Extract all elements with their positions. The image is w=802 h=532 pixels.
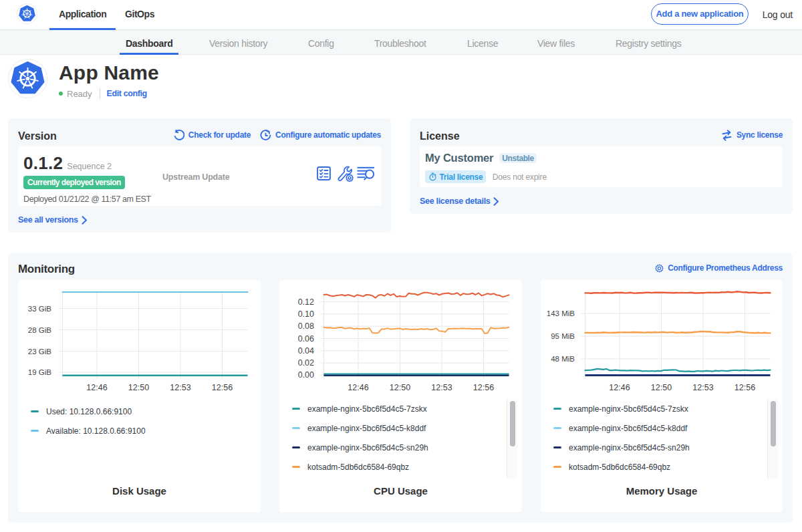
svg-text:0.06: 0.06: [298, 334, 314, 344]
svg-text:23 GiB: 23 GiB: [28, 348, 51, 356]
svg-text:12:53: 12:53: [431, 383, 452, 392]
svg-text:0.12: 0.12: [298, 297, 314, 307]
svg-text:12:56: 12:56: [473, 383, 494, 392]
svg-text:0.10: 0.10: [298, 309, 314, 319]
svg-text:12:53: 12:53: [692, 383, 713, 392]
svg-text:12:56: 12:56: [212, 383, 233, 392]
svg-text:12:50: 12:50: [651, 383, 672, 392]
svg-text:0.02: 0.02: [298, 358, 314, 368]
svg-text:28 GiB: 28 GiB: [28, 326, 51, 334]
svg-text:12:46: 12:46: [348, 383, 368, 392]
svg-text:0.08: 0.08: [298, 321, 314, 331]
svg-text:0.00: 0.00: [298, 370, 314, 380]
svg-text:95 MiB: 95 MiB: [551, 332, 575, 340]
svg-text:12:46: 12:46: [609, 383, 630, 392]
svg-text:48 MiB: 48 MiB: [551, 355, 575, 363]
svg-text:12:46: 12:46: [86, 383, 107, 392]
svg-text:143 MiB: 143 MiB: [547, 309, 575, 317]
svg-text:12:56: 12:56: [734, 383, 755, 392]
svg-text:19 GiB: 19 GiB: [28, 368, 51, 376]
svg-text:12:53: 12:53: [170, 383, 190, 392]
svg-text:33 GiB: 33 GiB: [28, 305, 51, 313]
svg-text:12:50: 12:50: [128, 383, 149, 392]
svg-text:12:50: 12:50: [390, 383, 410, 392]
svg-text:0.04: 0.04: [298, 346, 314, 356]
